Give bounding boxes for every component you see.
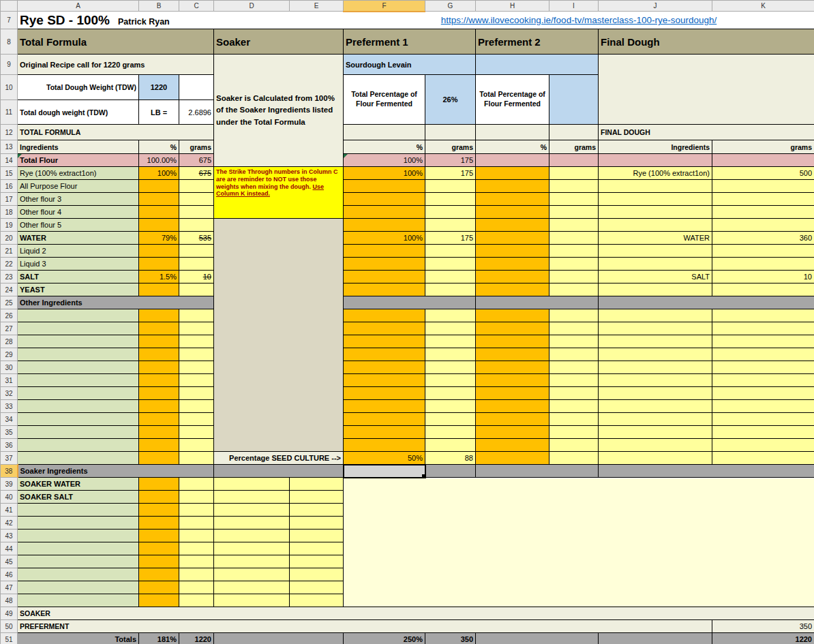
cell[interactable] <box>476 413 549 426</box>
cell[interactable] <box>214 542 290 555</box>
cell[interactable] <box>344 193 425 206</box>
cell[interactable] <box>599 348 712 361</box>
cell[interactable] <box>476 232 549 245</box>
row-header[interactable]: 29 <box>1 348 18 361</box>
cell[interactable] <box>425 374 476 387</box>
cell[interactable] <box>549 180 599 193</box>
cell[interactable] <box>179 568 214 581</box>
cell[interactable] <box>425 413 476 426</box>
column-header-i[interactable]: I <box>549 1 599 12</box>
cell-salt-grams[interactable]: 10 <box>179 271 214 283</box>
cell[interactable] <box>712 400 814 413</box>
cell[interactable] <box>344 283 425 296</box>
cell[interactable] <box>425 400 476 413</box>
cell-soaker-water[interactable]: SOAKER WATER <box>18 478 139 491</box>
column-header-j[interactable]: J <box>599 1 712 12</box>
row-header[interactable]: 42 <box>1 517 18 530</box>
row-header[interactable]: 21 <box>1 245 18 258</box>
cell[interactable] <box>18 568 139 581</box>
cell[interactable] <box>549 206 599 219</box>
cell[interactable] <box>425 439 476 452</box>
cell[interactable] <box>18 400 139 413</box>
row-header[interactable]: 46 <box>1 568 18 581</box>
cell[interactable] <box>476 167 549 180</box>
cell[interactable] <box>712 426 814 439</box>
cell[interactable] <box>599 387 712 400</box>
cell[interactable] <box>549 348 599 361</box>
cell[interactable] <box>476 309 549 322</box>
cell-header-grams[interactable]: grams <box>179 140 214 154</box>
cell[interactable] <box>290 517 344 530</box>
footer-totals-grams[interactable]: 1220 <box>179 633 214 644</box>
cell-salt-pct[interactable]: 1.5% <box>139 271 179 283</box>
cell-soaker-salt[interactable]: SOAKER SALT <box>18 491 139 504</box>
band-soaker-ingredients[interactable]: Soaker Ingredients <box>18 465 214 478</box>
cell[interactable] <box>290 555 344 568</box>
cell[interactable] <box>549 167 599 180</box>
cell[interactable] <box>139 491 179 504</box>
cell-strike-note[interactable]: The Strike Through numbers in Column C a… <box>214 167 344 219</box>
cell[interactable] <box>139 219 179 232</box>
cell[interactable] <box>290 594 344 607</box>
cell[interactable] <box>549 361 599 374</box>
cell-water-grams[interactable]: 535 <box>179 232 214 245</box>
cell-pref1-rye-pct[interactable]: 100% <box>344 167 425 180</box>
cell[interactable] <box>179 400 214 413</box>
cell[interactable] <box>712 348 814 361</box>
cell[interactable] <box>18 555 139 568</box>
cell-header-pct[interactable]: % <box>344 140 425 154</box>
cell[interactable] <box>425 125 476 140</box>
cell[interactable] <box>476 283 549 296</box>
cell-final-salt[interactable]: SALT <box>599 271 712 283</box>
cell[interactable] <box>425 193 476 206</box>
cell-tdw-value[interactable]: 1220 <box>139 75 179 100</box>
cell[interactable] <box>139 568 179 581</box>
cell[interactable] <box>476 180 549 193</box>
cell[interactable] <box>139 348 179 361</box>
cell[interactable] <box>179 581 214 594</box>
row-header[interactable]: 39 <box>1 478 18 491</box>
cell-tdw-lb-label[interactable]: Total dough weight (TDW) <box>18 100 139 125</box>
cell[interactable] <box>179 413 214 426</box>
cell[interactable] <box>18 594 139 607</box>
cell[interactable] <box>476 154 549 167</box>
cell[interactable] <box>599 439 712 452</box>
cell[interactable] <box>344 206 425 219</box>
cell[interactable] <box>599 219 712 232</box>
link-cell[interactable]: https://www.ilovecooking.ie/food-tv/mast… <box>344 12 814 29</box>
row-header-38-selected[interactable]: 38 <box>1 465 18 478</box>
cell[interactable] <box>425 387 476 400</box>
column-header-f-selected[interactable]: F <box>344 1 425 12</box>
cell[interactable] <box>425 245 476 258</box>
cell[interactable] <box>139 180 179 193</box>
cell[interactable] <box>425 309 476 322</box>
cell[interactable] <box>290 542 344 555</box>
cell[interactable] <box>344 219 425 232</box>
cell[interactable] <box>425 283 476 296</box>
cell-lb-value[interactable]: 2.6896 <box>179 100 214 125</box>
cell[interactable] <box>599 322 712 335</box>
title-cell[interactable]: Rye SD - 100%Patrick Ryan <box>18 12 344 29</box>
cell-seed-culture-pct[interactable]: 50% <box>344 452 425 465</box>
cell[interactable] <box>599 335 712 348</box>
row-header[interactable]: 7 <box>1 12 18 29</box>
cell-pct-fermented-2-label[interactable]: Total Percentage of Flour Fermented <box>476 75 549 125</box>
cell[interactable] <box>179 180 214 193</box>
cell[interactable] <box>712 387 814 400</box>
cell[interactable] <box>712 258 814 271</box>
column-header-k[interactable]: K <box>712 1 814 12</box>
cell-final-water-grams[interactable]: 360 <box>712 232 814 245</box>
cell[interactable] <box>425 258 476 271</box>
cell-header-grams[interactable]: grams <box>549 140 599 154</box>
cell-liquid-2[interactable]: Liquid 2 <box>18 245 139 258</box>
row-header[interactable]: 11 <box>1 100 18 125</box>
column-header-a[interactable]: A <box>18 1 139 12</box>
cell[interactable] <box>344 322 425 335</box>
cell[interactable] <box>139 555 179 568</box>
cell[interactable] <box>179 374 214 387</box>
cell[interactable] <box>214 555 290 568</box>
cell[interactable] <box>476 219 549 232</box>
cell[interactable] <box>139 581 179 594</box>
cell[interactable] <box>139 400 179 413</box>
cell-header-pct[interactable]: % <box>476 140 549 154</box>
